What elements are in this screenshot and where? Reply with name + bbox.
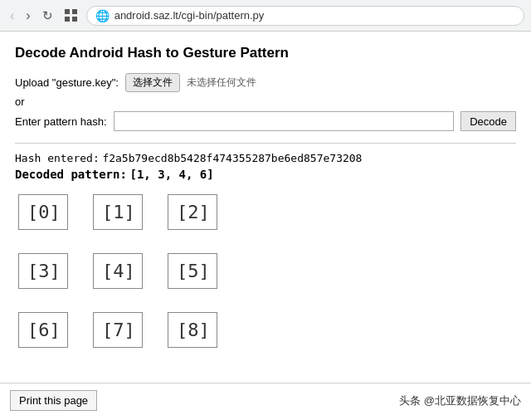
pattern-cell-1: [1] xyxy=(93,194,143,230)
url-text: android.saz.lt/cgi-bin/pattern.py xyxy=(114,9,265,22)
decode-button[interactable]: Decode xyxy=(460,111,516,131)
decoded-pattern-label: Decoded pattern: xyxy=(15,168,127,181)
address-bar[interactable]: 🌐 android.saz.lt/cgi-bin/pattern.py xyxy=(86,6,524,26)
reload-icon: ↻ xyxy=(42,8,53,22)
file-choose-button[interactable]: 选择文件 xyxy=(125,73,180,92)
upload-label: Upload "gesture.key": xyxy=(15,76,119,89)
pattern-cell-0: [0] xyxy=(18,194,68,230)
pattern-row-0: [0] [1] [2] xyxy=(18,194,513,230)
pattern-cell-8: [8] xyxy=(168,312,217,348)
pattern-cell-6: [6] xyxy=(18,312,68,348)
hash-input[interactable] xyxy=(114,111,455,131)
apps-button[interactable] xyxy=(61,7,81,24)
hash-entered-value: f2a5b79ecd8b5428f474355287be6ed857e73208 xyxy=(102,152,362,164)
pattern-row-2: [6] [7] [8] xyxy=(18,312,513,348)
pattern-cell-5: [5] xyxy=(168,253,217,289)
footer: Print this page 头条 @北亚数据恢复中心 xyxy=(0,383,531,418)
hash-input-row: Enter pattern hash: Decode xyxy=(15,111,516,131)
upload-section: Upload "gesture.key": 选择文件 未选择任何文件 or En… xyxy=(15,73,516,131)
hash-entered-label: Hash entered: xyxy=(15,152,100,164)
forward-button[interactable]: › xyxy=(22,7,33,25)
forward-icon: › xyxy=(26,8,30,22)
result-section: Hash entered: f2a5b79ecd8b5428f474355287… xyxy=(15,143,516,181)
upload-row: Upload "gesture.key": 选择文件 未选择任何文件 xyxy=(15,73,516,92)
decoded-pattern-row: Decoded pattern: [1, 3, 4, 6] xyxy=(15,168,516,181)
decoded-pattern-value: [1, 3, 4, 6] xyxy=(129,168,213,181)
hash-label: Enter pattern hash: xyxy=(15,115,107,128)
apps-icon xyxy=(65,9,78,22)
browser-toolbar: ‹ › ↻ 🌐 android.saz.lt/cgi-bin/pattern.p… xyxy=(0,0,531,32)
pattern-cell-3: [3] xyxy=(18,253,68,289)
pattern-cell-7: [7] xyxy=(93,312,143,348)
pattern-cell-2: [2] xyxy=(168,194,217,230)
no-file-text: 未选择任何文件 xyxy=(187,76,256,90)
print-button[interactable]: Print this page xyxy=(10,390,97,411)
watermark-text: 头条 @北亚数据恢复中心 xyxy=(399,393,521,408)
back-icon: ‹ xyxy=(10,8,14,22)
pattern-cell-4: [4] xyxy=(93,253,143,289)
or-text: or xyxy=(15,95,516,108)
back-button[interactable]: ‹ xyxy=(7,7,17,25)
globe-icon: 🌐 xyxy=(95,9,110,22)
pattern-grid: [0] [1] [2] [3] [4] [5] [6] [7] [8] xyxy=(15,194,516,348)
hash-entered-row: Hash entered: f2a5b79ecd8b5428f474355287… xyxy=(15,152,516,164)
reload-button[interactable]: ↻ xyxy=(39,7,56,25)
pattern-row-1: [3] [4] [5] xyxy=(18,253,513,289)
page-title: Decode Android Hash to Gesture Pattern xyxy=(15,45,516,61)
page-content: Decode Android Hash to Gesture Pattern U… xyxy=(0,32,531,379)
